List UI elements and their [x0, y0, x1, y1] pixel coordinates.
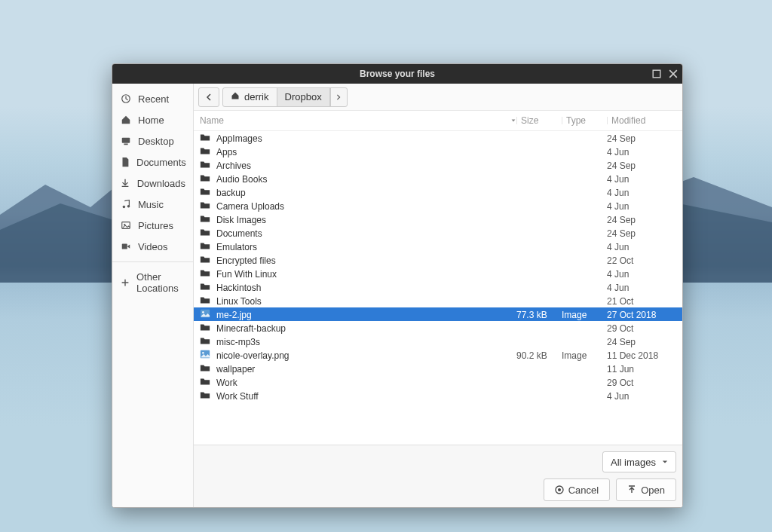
folder-icon — [200, 186, 210, 199]
file-name: Encrypted files — [216, 255, 276, 266]
svg-point-12 — [202, 352, 204, 353]
file-row[interactable]: misc-mp3s24 Sep — [194, 335, 682, 348]
sort-indicator-icon — [510, 115, 516, 126]
close-button[interactable] — [667, 68, 679, 80]
file-name: Hackintosh — [216, 283, 261, 293]
file-name: Disk Images — [216, 215, 266, 225]
sidebar-item-videos[interactable]: Videos — [112, 236, 193, 257]
file-row[interactable]: Camera Uploads4 Jun — [194, 199, 682, 212]
column-name[interactable]: Name — [200, 115, 516, 126]
pictures-icon — [120, 219, 132, 231]
window-title: Browse your files — [112, 69, 682, 79]
sidebar-item-downloads[interactable]: Downloads — [112, 173, 193, 194]
folder-icon — [200, 281, 210, 294]
file-name: Audio Books — [216, 174, 267, 185]
file-modified: 24 Sep — [607, 161, 676, 171]
file-row[interactable]: Work Stuff4 Jun — [194, 389, 682, 402]
cancel-button[interactable]: Cancel — [544, 478, 610, 501]
file-size: 77.3 kB — [516, 310, 562, 320]
breadcrumb-label: Dropbox — [285, 91, 322, 102]
folder-icon — [200, 268, 210, 280]
sidebar-item-desktop[interactable]: Desktop — [112, 130, 193, 151]
desktop-icon — [120, 135, 132, 147]
file-modified: 4 Jun — [607, 242, 676, 252]
sidebar-item-other-locations[interactable]: Other Locations — [112, 267, 193, 298]
file-size: 90.2 kB — [516, 350, 562, 361]
svg-rect-2 — [122, 138, 130, 143]
download-icon — [120, 177, 131, 189]
file-row[interactable]: Hackintosh4 Jun — [194, 280, 682, 294]
file-row[interactable]: Minecraft-backup29 Oct — [194, 321, 682, 335]
folder-icon — [200, 376, 210, 389]
file-modified: 24 Sep — [607, 133, 676, 144]
sidebar-item-music[interactable]: Music — [112, 194, 193, 215]
svg-point-4 — [123, 206, 126, 209]
file-name: Emulators — [216, 242, 257, 252]
file-name: AppImages — [216, 133, 262, 144]
breadcrumb-segment[interactable]: Dropbox — [277, 88, 330, 106]
file-row[interactable]: Encrypted files22 Oct — [194, 253, 682, 267]
sidebar-item-label: Other Locations — [136, 271, 185, 294]
svg-point-10 — [202, 311, 204, 313]
chevron-down-icon — [662, 459, 668, 465]
file-row[interactable]: Linux Tools21 Oct — [194, 294, 682, 307]
file-modified: 4 Jun — [607, 147, 676, 157]
sidebar-item-documents[interactable]: Documents — [112, 151, 193, 173]
svg-rect-8 — [122, 244, 127, 249]
folder-icon — [200, 213, 210, 226]
file-row[interactable]: Archives24 Sep — [194, 158, 682, 172]
file-row[interactable]: me-2.jpg77.3 kBImage27 Oct 2018 — [194, 307, 682, 321]
file-name: Apps — [216, 147, 237, 157]
folder-icon — [200, 362, 210, 375]
sidebar-item-pictures[interactable]: Pictures — [112, 215, 193, 236]
document-icon — [120, 156, 130, 168]
file-name: Work — [216, 378, 237, 388]
file-row[interactable]: Documents24 Sep — [194, 226, 682, 240]
breadcrumb: derrikDropbox — [222, 87, 348, 107]
upload-icon — [627, 485, 636, 494]
file-name: Fun With Linux — [216, 269, 277, 280]
file-modified: 27 Oct 2018 — [607, 310, 676, 320]
sidebar-item-label: Videos — [138, 241, 168, 252]
column-modified[interactable]: Modified — [607, 115, 676, 126]
sidebar-item-recent[interactable]: Recent — [112, 88, 193, 109]
breadcrumb-overflow-button[interactable] — [330, 88, 347, 106]
folder-icon — [200, 132, 210, 145]
file-row[interactable]: Disk Images24 Sep — [194, 212, 682, 226]
file-row[interactable]: Emulators4 Jun — [194, 240, 682, 253]
breadcrumb-segment[interactable]: derrik — [223, 88, 277, 106]
path-toolbar: derrikDropbox — [194, 84, 682, 111]
file-row[interactable]: nicole-overlay.png90.2 kBImage11 Dec 201… — [194, 348, 682, 362]
file-row[interactable]: Apps4 Jun — [194, 145, 682, 158]
file-row[interactable]: Work29 Oct — [194, 375, 682, 389]
file-modified: 11 Jun — [607, 364, 676, 375]
file-type: Image — [562, 350, 607, 361]
back-button[interactable] — [198, 87, 219, 107]
file-list[interactable]: Name Size Type Modified AppImages24 SepA… — [194, 111, 682, 445]
sidebar-item-label: Home — [138, 115, 164, 126]
file-modified: 24 Sep — [607, 215, 676, 225]
file-row[interactable]: Audio Books4 Jun — [194, 172, 682, 185]
file-row[interactable]: wallpaper11 Jun — [194, 362, 682, 375]
image-icon — [200, 349, 210, 362]
file-chooser-dialog: Browse your files RecentHomeDesktopDocum… — [112, 63, 683, 508]
file-modified: 29 Oct — [607, 323, 676, 334]
column-type[interactable]: Type — [562, 115, 607, 126]
column-size[interactable]: Size — [516, 115, 562, 126]
file-row[interactable]: Fun With Linux4 Jun — [194, 267, 682, 280]
file-modified: 4 Jun — [607, 269, 676, 280]
file-type-filter[interactable]: All images — [602, 451, 676, 472]
file-row[interactable]: backup4 Jun — [194, 185, 682, 199]
file-modified: 4 Jun — [607, 283, 676, 293]
maximize-button[interactable] — [651, 68, 663, 80]
open-button[interactable]: Open — [616, 478, 676, 501]
file-row[interactable]: AppImages24 Sep — [194, 131, 682, 145]
folder-icon — [200, 295, 210, 307]
column-headers: Name Size Type Modified — [194, 111, 682, 131]
file-modified: 29 Oct — [607, 378, 676, 388]
folder-icon — [200, 227, 210, 240]
folder-icon — [200, 390, 210, 402]
breadcrumb-label: derrik — [244, 91, 269, 102]
sidebar-item-home[interactable]: Home — [112, 109, 193, 130]
svg-rect-0 — [653, 70, 660, 78]
